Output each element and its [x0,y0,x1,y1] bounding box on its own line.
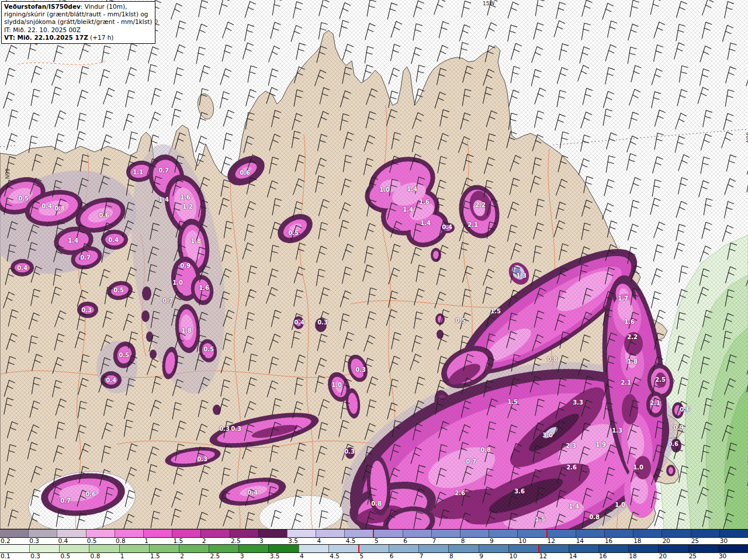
colorbar-tick-label: 1.5 [150,553,179,560]
colorbar-cell [604,530,633,537]
colorbar-cell [230,530,258,537]
colorbar-tick-label: 3 [259,538,288,544]
snow-colorbar-labels: 0.10.30.50.811.522.533.544.5567891012141… [0,553,748,560]
colorbar-tick-label: 4 [299,553,329,560]
snow-colorbar [0,544,748,553]
colorbar-tick-label: 2.5 [230,538,259,544]
colorbar-cell [719,530,748,537]
colorbar-cell [316,530,344,537]
brand: Veðurstofan/IS750dev [4,3,81,10]
colorbar-tick-label: 12 [539,553,569,560]
colorbar-cell [179,545,209,552]
colorbar-tick-label: 4.5 [329,553,359,560]
colorbar-area: 0.20.30.40.50.811.522.533.544.5567891012… [0,529,748,560]
colorbar-tick-label: 20 [658,553,688,560]
colorbar-cell [149,545,179,552]
colorbar-tick-label: 3.5 [288,538,316,544]
colorbar-tick-label: 0.3 [30,553,60,560]
colorbar-cell [86,530,115,537]
colorbar-cell [576,530,604,537]
colorbar-tick-label: 3 [240,553,269,560]
rain-sleet-colorbar [0,529,748,538]
colorbar-tick-label: 30 [718,553,748,560]
colorbar-tick-label: 7 [419,553,449,560]
colorbar-tick-label: 30 [719,538,748,544]
colorbar-tick-label: 10 [508,553,538,560]
colorbar-tick-label: 9 [479,553,508,560]
legend-line-1: Veðurstofan/IS750dev: Vindur (10m), [4,3,152,11]
colorbar-tick-label: 14 [569,553,598,560]
legend-line-4: IT: Mið. 22. 10. 2025 00Z [4,26,152,34]
colorbar-cell [29,545,59,552]
colorbar-tick-label: 25 [691,538,719,544]
colorbar-tick-label: 18 [628,553,658,560]
colorbar-tick-label: 6 [389,553,419,560]
colorbar-tick-label: 5 [374,538,403,544]
colorbar-cell [0,530,28,537]
colorbar-tick-label: 25 [688,553,718,560]
colorbar-tick-label: 10 [518,538,546,544]
colorbar-cell [538,545,569,552]
colorbar-cell [403,530,431,537]
colorbar-tick-label: 8 [449,553,479,560]
colorbar-tick-label: 4 [317,538,345,544]
colorbar-tick-label: 0.2 [0,538,29,544]
colorbar-cell [143,530,172,537]
colorbar-cell [691,530,719,537]
colorbar-tick-label: 1 [144,538,172,544]
colorbar-tick-label: 16 [598,553,628,560]
legend-box: Veðurstofan/IS750dev: Vindur (10m), rign… [1,1,155,44]
forecast-map: 15W 66N 66N [0,0,748,529]
colorbar-tick-label: 12 [546,538,575,544]
colorbar-tick-label: 0.1 [0,553,30,560]
colorbar-cell [28,530,57,537]
colorbar-cell [448,545,478,552]
legend-line-2: rigning/skúrir (grænt/blátt/rautt - mm/1… [4,11,152,18]
legend-line-5: VT: Mið. 22.10.2025 17Z (+17 h) [4,34,152,42]
colorbar-cell [633,530,662,537]
colorbar-tick-label: 0.8 [90,553,120,560]
colorbar-cell [389,545,418,552]
colorbar-cell [546,530,576,537]
colorbar-cell [517,530,546,537]
colorbar-cell [115,530,143,537]
colorbar-tick-label: 8 [460,538,489,544]
colorbar-cell [172,530,200,537]
colorbar-cell [628,545,658,552]
colorbar-tick-label: 1.5 [172,538,201,544]
colorbar-tick-label: 0.8 [115,538,144,544]
colorbar-tick-label: 14 [576,538,604,544]
colorbar-tick-label: 0.5 [86,538,115,544]
colorbar-cell [598,545,628,552]
colorbar-cell [460,530,489,537]
colorbar-tick-label: 2 [202,538,230,544]
colorbar-cell [57,530,85,537]
valid-time: VT: Mið. 22.10.2025 17Z [4,34,88,41]
colorbar-cell [658,545,688,552]
colorbar-tick-label: 3.5 [269,553,299,560]
colorbar-cell [479,545,508,552]
colorbar-cell [209,545,238,552]
colorbar-cell [688,545,718,552]
legend-line-3: slydda/snjókoma (grátt/bleikt/grænt - mm… [4,18,152,26]
colorbar-tick-label: 16 [604,538,633,544]
colorbar-tick-label: 5 [359,553,389,560]
colorbar-tick-label: 20 [662,538,690,544]
colorbar-cell [299,545,328,552]
colorbar-cell [328,545,358,552]
colorbar-cell [373,530,402,537]
colorbar-cell [59,545,89,552]
rain-sleet-colorbar-labels: 0.20.30.40.50.811.522.533.544.5567891012… [0,538,748,544]
colorbar-cell [0,545,29,552]
colorbar-cell [358,545,389,552]
colorbar-cell [200,530,229,537]
colorbar-tick-label: 18 [633,538,662,544]
colorbar-cell [569,545,598,552]
colorbar-cell [431,530,460,537]
colorbar-tick-label: 2.5 [209,553,239,560]
colorbar-tick-label: 4.5 [345,538,374,544]
colorbar-cell [489,530,517,537]
colorbar-cell [268,545,298,552]
colorbar-cell [508,545,538,552]
colorbar-tick-label: 6 [403,538,431,544]
